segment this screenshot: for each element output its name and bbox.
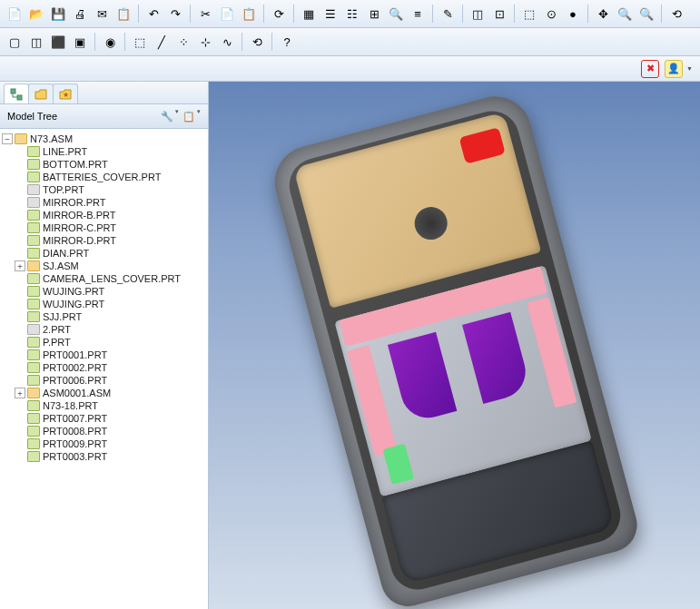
tree-show-icon[interactable]: 📋 (181, 108, 197, 124)
copy-button[interactable]: 📋 (113, 4, 133, 24)
tree-node[interactable]: PRT0009.PRT (2, 437, 206, 450)
enhanced-button[interactable]: ◉ (100, 32, 120, 52)
tree-settings-icon[interactable]: 🔧 (159, 108, 175, 124)
stop-icon[interactable]: ✖ (641, 60, 659, 78)
tree-node[interactable]: BOTTOM.PRT (2, 158, 206, 171)
find-button[interactable]: 🔍 (386, 4, 406, 24)
new-button[interactable]: 📄 (5, 4, 25, 24)
zoom-sel-button[interactable]: ⬚ (519, 4, 539, 24)
mail-button[interactable]: ✉ (92, 4, 112, 24)
toolbar-1: 📄📂💾🖨✉📋↶↷✂📄📋⟳▦☰☷⊞🔍≡✎◫⊡⬚⊙●✥🔍🔍⟲ (0, 0, 700, 28)
zoom-in-button[interactable]: 🔍 (615, 4, 635, 24)
tree-node[interactable]: WUJING.PRT (2, 298, 206, 310)
open-button[interactable]: 📂 (26, 4, 46, 24)
datum-curve-button[interactable]: ∿ (217, 32, 237, 52)
undo-button[interactable]: ↶ (143, 4, 163, 24)
list1-button[interactable]: ☰ (320, 4, 340, 24)
tree-node[interactable]: PRT0003.PRT (2, 450, 206, 463)
tree-node[interactable]: 2.PRT (2, 323, 206, 336)
tree-node[interactable]: +ASM0001.ASM (2, 387, 206, 399)
datum-csys-button[interactable]: ⊹ (195, 32, 215, 52)
tree-node[interactable]: PRT0006.PRT (2, 374, 206, 387)
separator (432, 5, 433, 23)
collapse-icon[interactable]: − (2, 133, 13, 144)
tree-node[interactable]: MIRROR.PRT (2, 196, 206, 209)
expand-icon[interactable]: + (15, 260, 25, 271)
phone-model[interactable] (266, 88, 643, 609)
hidden-button[interactable]: ◫ (26, 32, 46, 52)
node-label: WUJING.PRT (43, 286, 104, 297)
tab-favorites[interactable]: ★ (53, 83, 78, 103)
tree-body[interactable]: − N73.ASM LINE.PRTBOTTOM.PRTBATTERIES_CO… (0, 129, 208, 609)
print-button[interactable]: 🖨 (70, 4, 90, 24)
dim-icon (27, 197, 40, 208)
list3-button[interactable]: ⊞ (364, 4, 384, 24)
zoom-out-button[interactable]: 🔍 (636, 4, 656, 24)
datum-point-button[interactable]: ⁘ (173, 32, 193, 52)
asm-icon (15, 133, 27, 144)
markup-button[interactable]: ✎ (438, 4, 458, 24)
layers-button[interactable]: ≡ (408, 4, 428, 24)
redo-button[interactable]: ↷ (165, 4, 185, 24)
tree-node[interactable]: PRT0008.PRT (2, 425, 206, 437)
node-label: ASM0001.ASM (43, 388, 111, 398)
tree-node[interactable]: WUJING.PRT (2, 285, 206, 298)
tree-node[interactable]: MIRROR-B.PRT (2, 209, 206, 221)
regen-button[interactable]: ⟳ (269, 4, 289, 24)
tree-node[interactable]: BATTERIES_COVER.PRT (2, 171, 206, 183)
tree-node[interactable]: TOP.PRT (2, 183, 206, 196)
asm-icon (27, 260, 40, 271)
tab-model-tree[interactable] (4, 83, 29, 103)
separator (293, 5, 294, 23)
spin-button[interactable]: ⟲ (247, 32, 267, 52)
view2-button[interactable]: ⊡ (489, 4, 509, 24)
datum-plane-button[interactable]: ⬚ (130, 32, 150, 52)
status-dropdown[interactable]: ▼ (686, 65, 693, 72)
cut-button[interactable]: ✂ (195, 4, 215, 24)
tree-node[interactable]: PRT0007.PRT (2, 412, 206, 425)
view1-button[interactable]: ◫ (468, 4, 488, 24)
shaded-button[interactable]: ▣ (70, 32, 90, 52)
node-label: PRT0009.PRT (43, 438, 107, 449)
columns-button[interactable]: ▦ (299, 4, 319, 24)
tree-node[interactable]: PRT0001.PRT (2, 349, 206, 361)
copy2-button[interactable]: 📄 (217, 4, 237, 24)
prt-icon (27, 299, 40, 309)
separator (587, 5, 588, 23)
node-label: LINE.PRT (43, 146, 87, 157)
tree-title: Model Tree (7, 111, 57, 122)
tree-node[interactable]: LINE.PRT (2, 145, 206, 158)
nohidden-button[interactable]: ⬛ (48, 32, 68, 52)
tree-node[interactable]: MIRROR-C.PRT (2, 221, 206, 234)
pan-button[interactable]: ✥ (593, 4, 613, 24)
asm-icon (27, 388, 40, 398)
3d-viewport[interactable]: 沐风网 (209, 82, 700, 609)
user-icon[interactable]: 👤 (665, 60, 683, 78)
list2-button[interactable]: ☷ (342, 4, 362, 24)
save-button[interactable]: 💾 (48, 4, 68, 24)
tree-node[interactable]: SJJ.PRT (2, 310, 206, 323)
tree-node[interactable]: CAMERA_LENS_COVER.PRT (2, 272, 206, 285)
tree-root[interactable]: − N73.ASM (2, 133, 206, 145)
separator (94, 33, 95, 51)
refit-button[interactable]: ⟲ (666, 4, 686, 24)
dim-icon (27, 324, 40, 335)
paste-button[interactable]: 📋 (239, 4, 259, 24)
tree-node[interactable]: DIAN.PRT (2, 247, 206, 260)
zoom-fit-button[interactable]: ⊙ (541, 4, 561, 24)
help-button[interactable]: ? (277, 32, 297, 52)
tab-folder[interactable] (28, 83, 54, 103)
tree-node[interactable]: MIRROR-D.PRT (2, 234, 206, 247)
tree-node[interactable]: N73-18.PRT (2, 399, 206, 412)
separator (661, 5, 662, 23)
wireframe-button[interactable]: ▢ (5, 32, 25, 52)
tree-header: Model Tree 🔧▾ 📋▾ (0, 104, 208, 129)
tree-node[interactable]: PRT0002.PRT (2, 361, 206, 374)
node-label: MIRROR-D.PRT (43, 235, 116, 246)
node-label: BATTERIES_COVER.PRT (43, 172, 161, 182)
tree-node[interactable]: +SJ.ASM (2, 260, 206, 272)
tree-node[interactable]: P.PRT (2, 336, 206, 349)
datum-axis-button[interactable]: ╱ (152, 32, 172, 52)
sphere-button[interactable]: ● (563, 4, 583, 24)
expand-icon[interactable]: + (15, 388, 25, 398)
